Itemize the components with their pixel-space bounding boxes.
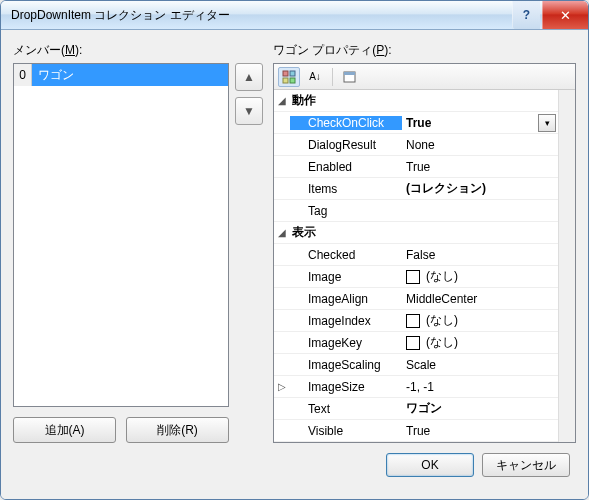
property-name: ImageKey (290, 336, 402, 350)
property-row[interactable]: CheckOnClickTrue▾ (274, 112, 558, 134)
dialog-window: DropDownItem コレクション エディター ? ✕ メンバー(M): 0… (0, 0, 589, 500)
property-name: Enabled (290, 160, 402, 174)
cancel-button[interactable]: キャンセル (482, 453, 570, 477)
property-name: ImageAlign (290, 292, 402, 306)
property-value[interactable]: True (402, 424, 558, 438)
category-name: 表示 (290, 224, 316, 241)
property-row[interactable]: ▷ImageSize-1, -1 (274, 376, 558, 398)
members-label: メンバー(M): (13, 42, 263, 59)
property-value[interactable]: -1, -1 (402, 380, 558, 394)
property-row[interactable]: Image(なし) (274, 266, 558, 288)
properties-label: ワゴン プロパティ(P): (273, 42, 576, 59)
move-down-button[interactable]: ▼ (235, 97, 263, 125)
alphabetical-button[interactable]: A↓ (304, 67, 326, 87)
property-row[interactable]: Textワゴン (274, 398, 558, 420)
titlebar[interactable]: DropDownItem コレクション エディター ? ✕ (1, 1, 588, 30)
pages-icon (343, 70, 357, 84)
sort-az-icon: A↓ (309, 71, 321, 82)
property-name: DialogResult (290, 138, 402, 152)
svg-rect-5 (344, 72, 355, 75)
svg-rect-0 (283, 71, 288, 76)
property-value[interactable]: MiddleCenter (402, 292, 558, 306)
property-name: Items (290, 182, 402, 196)
property-name: Checked (290, 248, 402, 262)
categorized-icon (282, 70, 296, 84)
property-value[interactable]: None (402, 138, 558, 152)
property-row[interactable]: ImageAlignMiddleCenter (274, 288, 558, 310)
move-up-button[interactable]: ▲ (235, 63, 263, 91)
property-row[interactable]: ImageKey(なし) (274, 332, 558, 354)
property-name: Image (290, 270, 402, 284)
arrow-up-icon: ▲ (243, 70, 255, 84)
arrow-down-icon: ▼ (243, 104, 255, 118)
categorized-button[interactable] (278, 67, 300, 87)
property-row[interactable]: EnabledTrue (274, 156, 558, 178)
property-pages-button[interactable] (339, 67, 361, 87)
add-button[interactable]: 追加(A) (13, 417, 116, 443)
property-row[interactable]: CheckedFalse (274, 244, 558, 266)
svg-rect-1 (290, 71, 295, 76)
close-button[interactable]: ✕ (542, 1, 588, 29)
color-swatch (406, 314, 420, 328)
property-value[interactable]: Scale (402, 358, 558, 372)
property-value[interactable]: (なし) (402, 334, 558, 351)
color-swatch (406, 336, 420, 350)
list-item-index: 0 (14, 64, 32, 86)
property-row[interactable]: Items(コレクション) (274, 178, 558, 200)
property-name: Visible (290, 424, 402, 438)
property-row[interactable]: ImageScalingScale (274, 354, 558, 376)
property-value[interactable]: (なし) (402, 268, 558, 285)
list-item[interactable]: 0 ワゴン (14, 64, 228, 86)
property-row[interactable]: Tag (274, 200, 558, 222)
property-category[interactable]: ◢表示 (274, 222, 558, 244)
expand-icon[interactable]: ▷ (274, 381, 290, 392)
property-name: Tag (290, 204, 402, 218)
scrollbar[interactable] (558, 90, 575, 442)
property-value[interactable]: True (402, 160, 558, 174)
property-name: Text (290, 402, 402, 416)
help-button[interactable]: ? (512, 1, 540, 29)
expand-icon[interactable]: ◢ (274, 227, 290, 238)
property-value[interactable]: False (402, 248, 558, 262)
property-name: ImageIndex (290, 314, 402, 328)
svg-rect-2 (283, 78, 288, 83)
dropdown-button[interactable]: ▾ (538, 114, 556, 132)
property-grid[interactable]: A↓ ◢動作CheckOnClickTrue▾DialogResultNoneE… (273, 63, 576, 443)
list-item-text: ワゴン (32, 64, 228, 86)
window-title: DropDownItem コレクション エディター (11, 7, 512, 24)
remove-button[interactable]: 削除(R) (126, 417, 229, 443)
property-value[interactable]: True (402, 116, 538, 130)
property-row[interactable]: VisibleTrue (274, 420, 558, 442)
property-category[interactable]: ◢動作 (274, 90, 558, 112)
property-row[interactable]: DialogResultNone (274, 134, 558, 156)
property-row[interactable]: ImageIndex(なし) (274, 310, 558, 332)
property-name: CheckOnClick (290, 116, 402, 130)
property-value[interactable]: ワゴン (402, 400, 558, 417)
property-name: ImageSize (290, 380, 402, 394)
ok-button[interactable]: OK (386, 453, 474, 477)
expand-icon[interactable]: ◢ (274, 95, 290, 106)
property-value[interactable]: (コレクション) (402, 180, 558, 197)
category-name: 動作 (290, 92, 316, 109)
property-value[interactable]: (なし) (402, 312, 558, 329)
svg-rect-3 (290, 78, 295, 83)
color-swatch (406, 270, 420, 284)
property-name: ImageScaling (290, 358, 402, 372)
members-listbox[interactable]: 0 ワゴン (13, 63, 229, 407)
